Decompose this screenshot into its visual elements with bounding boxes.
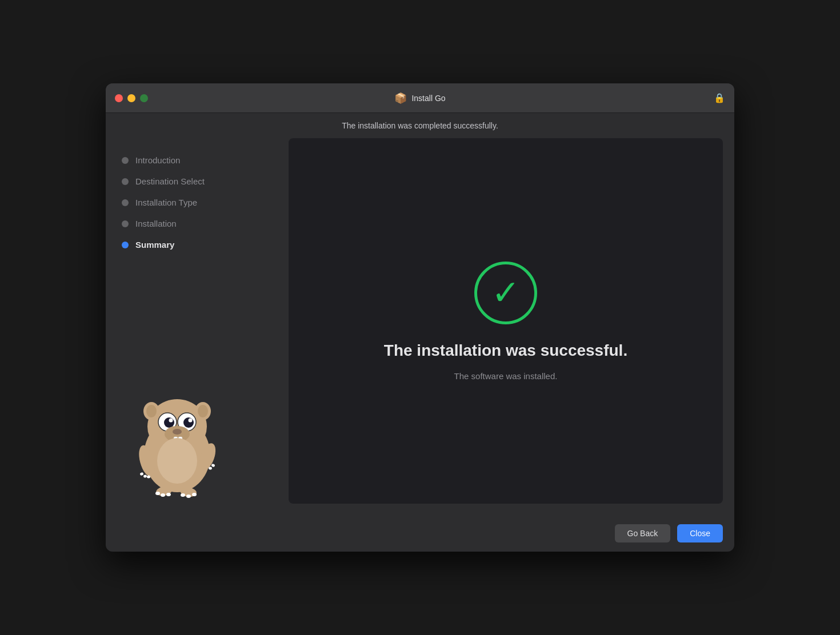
svg-point-4 — [146, 405, 157, 417]
sidebar-dot-installation-type — [122, 199, 129, 206]
installer-window: 📦 Install Go 🔒 The installation was comp… — [106, 83, 734, 552]
svg-point-29 — [139, 472, 143, 476]
sidebar-item-introduction[interactable]: Introduction — [117, 150, 277, 171]
svg-point-26 — [181, 493, 185, 497]
titlebar: 📦 Install Go 🔒 — [106, 83, 734, 113]
sidebar-label-installation: Installation — [135, 219, 177, 228]
svg-point-18 — [157, 438, 197, 484]
status-bar: The installation was completed successfu… — [106, 113, 734, 138]
content-panel: ✓ The installation was successful. The s… — [289, 138, 723, 504]
traffic-lights — [115, 94, 148, 102]
go-back-button[interactable]: Go Back — [615, 524, 671, 542]
svg-point-33 — [211, 464, 215, 468]
sidebar-dot-summary — [122, 242, 129, 248]
minimize-traffic-light[interactable] — [127, 94, 135, 102]
svg-point-5 — [198, 405, 208, 417]
sidebar-dot-installation — [122, 220, 129, 227]
svg-point-15 — [173, 429, 182, 435]
checkmark-icon: ✓ — [491, 276, 520, 310]
svg-point-28 — [192, 493, 197, 496]
sidebar: Introduction Destination Select Installa… — [106, 138, 289, 515]
svg-point-27 — [186, 495, 191, 498]
sidebar-label-introduction: Introduction — [135, 155, 180, 165]
svg-point-23 — [155, 492, 160, 495]
close-traffic-light[interactable] — [115, 94, 123, 102]
svg-point-10 — [164, 417, 174, 428]
svg-point-31 — [147, 476, 150, 479]
svg-point-13 — [189, 419, 193, 423]
sidebar-dot-destination-select — [122, 178, 129, 185]
title-text: Install Go — [411, 94, 445, 103]
lock-icon: 🔒 — [714, 93, 725, 103]
success-title: The installation was successful. — [384, 341, 627, 360]
success-subtitle: The software was installed. — [454, 371, 558, 381]
sidebar-label-installation-type: Installation Type — [135, 198, 197, 207]
fullscreen-traffic-light[interactable] — [140, 94, 148, 102]
svg-point-30 — [143, 475, 147, 478]
sidebar-item-installation-type[interactable]: Installation Type — [117, 192, 277, 213]
sidebar-label-destination-select: Destination Select — [135, 176, 205, 186]
gopher-mascot — [117, 372, 231, 504]
status-message: The installation was completed successfu… — [342, 121, 498, 130]
main-content: Introduction Destination Select Installa… — [106, 138, 734, 515]
sidebar-item-installation[interactable]: Installation — [117, 213, 277, 234]
svg-point-12 — [169, 419, 173, 423]
svg-point-24 — [161, 493, 165, 497]
sidebar-item-summary[interactable]: Summary — [117, 234, 277, 255]
svg-point-11 — [183, 417, 194, 428]
bottom-bar: Go Back Close — [106, 515, 734, 552]
gopher-svg — [117, 372, 231, 504]
sidebar-dot-introduction — [122, 157, 129, 164]
success-circle: ✓ — [474, 262, 537, 324]
title-icon: 📦 — [394, 92, 407, 105]
sidebar-item-destination-select[interactable]: Destination Select — [117, 171, 277, 192]
close-button[interactable]: Close — [677, 524, 723, 542]
svg-point-25 — [166, 493, 171, 496]
sidebar-label-summary: Summary — [135, 240, 174, 250]
window-title: 📦 Install Go — [394, 92, 445, 105]
sidebar-items: Introduction Destination Select Installa… — [106, 150, 289, 255]
